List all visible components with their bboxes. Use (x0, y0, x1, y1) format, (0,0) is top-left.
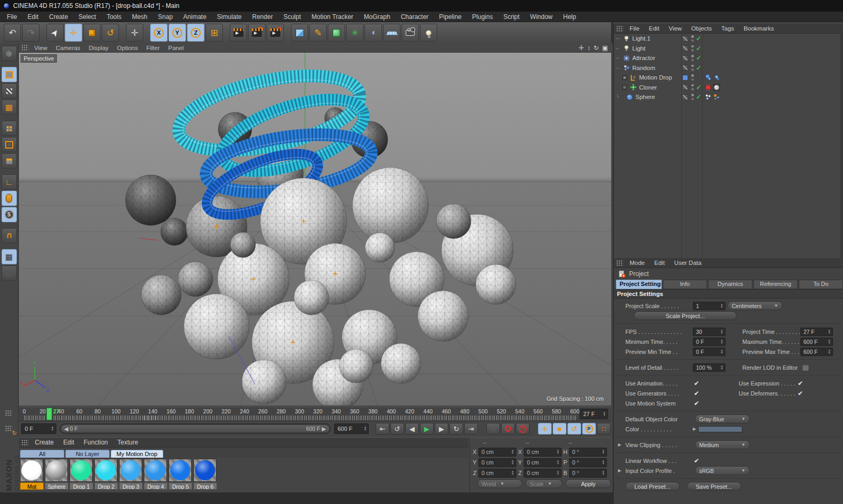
rotate-tool[interactable]: ↺ (102, 24, 119, 42)
use-animation-checkbox[interactable]: ✔ (694, 380, 699, 387)
preview-min-time-field[interactable]: 0 F▲▼ (693, 348, 726, 356)
lock-y-axis-button[interactable]: Y (169, 24, 186, 42)
render-view-button[interactable] (230, 24, 247, 42)
current-frame-field[interactable]: 27 F ▲▼ (580, 409, 608, 419)
material-item-drop-5[interactable]: Drop 5 (169, 459, 192, 490)
material-menu-texture[interactable]: Texture (113, 438, 143, 447)
tab-project-settings[interactable]: Project Settings (616, 280, 662, 289)
go-to-start-button[interactable]: ⇤ (376, 423, 389, 434)
menu-pipeline[interactable]: Pipeline (434, 12, 466, 22)
lock-workplane-button[interactable]: ▦ (2, 249, 17, 264)
live-selection-tool[interactable]: ➤ (46, 24, 64, 42)
use-motion-system-checkbox[interactable]: ✔ (694, 400, 699, 407)
view-clipping-dropdown[interactable]: Medium▼ (695, 440, 750, 449)
spinner-arrows-icon[interactable]: ▲▼ (511, 470, 516, 476)
viewport-menu-filter[interactable]: Filter (142, 44, 164, 52)
coordinate-field-h[interactable]: 0 °▲▼ (569, 448, 607, 457)
make-editable-button[interactable]: ⊕ (2, 46, 17, 61)
material-thumbnail[interactable] (144, 459, 167, 482)
start-frame-field[interactable]: 0 F ▲▼ (21, 423, 56, 434)
add-camera-button[interactable] (401, 24, 419, 42)
enabled-check-icon[interactable]: ✓ (696, 93, 701, 101)
viewport[interactable]: YXZ ViewCamerasDisplayOptionsFilterPanel… (19, 43, 611, 406)
expander-arrow-icon[interactable]: ▶ (618, 442, 623, 447)
layer-color-chip[interactable] (682, 75, 688, 81)
add-primitive-button[interactable] (291, 24, 308, 42)
visibility-dots[interactable] (691, 84, 694, 91)
spinner-arrows-icon[interactable]: ▲▼ (602, 460, 606, 465)
material-item-sphere[interactable]: Sphere (45, 459, 68, 490)
layer-chip[interactable] (682, 55, 688, 61)
spinner-arrows-icon[interactable]: ▲▼ (511, 460, 516, 465)
panel-grip-icon[interactable] (5, 410, 12, 416)
key-scale-toggle[interactable]: ■ (553, 423, 566, 434)
record-keyframe-button[interactable] (501, 423, 515, 434)
coordinate-field-b[interactable]: 0 °▲▼ (569, 469, 607, 478)
spinner-arrows-icon[interactable]: ▲▼ (720, 329, 725, 334)
randomtag-icon[interactable] (713, 93, 720, 101)
project-time-field[interactable]: 27 F▲▼ (800, 328, 833, 336)
dyntag-icon[interactable] (704, 84, 712, 91)
key-pla-toggle[interactable]: ∷ (597, 423, 611, 434)
enabled-check-icon[interactable]: ✓ (696, 64, 701, 72)
spinner-arrows-icon[interactable]: ▲▼ (556, 470, 561, 476)
render-to-picture-viewer-button[interactable] (248, 24, 266, 42)
undo-button[interactable]: ↶ (4, 24, 21, 42)
enable-snap-button[interactable]: ∪ (2, 228, 17, 243)
zoom-view-icon[interactable]: ↕ (587, 44, 591, 52)
next-frame-button[interactable]: ▶ (435, 423, 448, 434)
attribute-menu-user-data[interactable]: User Data (670, 259, 707, 266)
points-mode-button[interactable] (2, 121, 17, 136)
position-space-dropdown[interactable]: World ▼ (477, 479, 522, 488)
color-swatch[interactable] (698, 426, 742, 432)
spinner-arrows-icon[interactable]: ▲▼ (720, 303, 725, 309)
use-expression-checkbox[interactable]: ✔ (798, 380, 803, 387)
attribute-menu-edit[interactable]: Edit (650, 259, 670, 266)
visibility-dots[interactable] (691, 45, 694, 52)
enabled-check-icon[interactable]: ✓ (696, 54, 701, 62)
coordinate-field-z[interactable]: 0 cm▲▼ (524, 469, 562, 478)
use-generators-checkbox[interactable]: ✔ (694, 390, 699, 397)
attribute-menu-mode[interactable]: Mode (625, 259, 650, 266)
coordinate-field-y[interactable]: 0 cm▲▼ (478, 458, 516, 467)
menu-mograph[interactable]: MoGraph (359, 12, 395, 22)
menu-help[interactable]: Help (558, 12, 581, 22)
timeline-playhead[interactable] (46, 408, 52, 420)
object-manager-menu-file[interactable]: File (625, 25, 644, 32)
timeline-range-slider[interactable]: ◀ 0 F 600 F ▶ (60, 423, 331, 434)
object-row-random[interactable]: ─Random✓ (614, 63, 843, 73)
viewport-solo-button[interactable] (2, 191, 17, 206)
viewport-menu-options[interactable]: Options (113, 44, 142, 52)
menu-edit[interactable]: Edit (23, 12, 43, 22)
object-manager-menu-edit[interactable]: Edit (644, 25, 664, 32)
material-thumbnail[interactable] (94, 459, 117, 482)
key-parameter-toggle[interactable]: P (582, 423, 596, 434)
layer-chip[interactable] (682, 45, 688, 51)
spinner-arrows-icon[interactable]: ▲▼ (364, 426, 368, 431)
spinner-arrows-icon[interactable]: ▲▼ (720, 339, 725, 344)
render-settings-button[interactable] (267, 24, 284, 42)
menu-motion-tracker[interactable]: Motion Tracker (307, 12, 358, 22)
scene-3d[interactable]: YXZ (19, 53, 611, 406)
object-row-cloner[interactable]: -Cloner✓ (614, 83, 843, 93)
panel-grip-icon[interactable] (616, 260, 623, 266)
material-thumbnail[interactable] (169, 459, 192, 482)
material-thumbnail[interactable] (20, 459, 43, 482)
material-item-drop-1[interactable]: Drop 1 (70, 459, 93, 490)
panel-grip-icon[interactable] (5, 426, 12, 431)
object-manager-menu-bookmarks[interactable]: Bookmarks (739, 25, 779, 32)
material-thumbnail[interactable] (119, 459, 142, 482)
layer-chip[interactable] (682, 84, 688, 90)
load-preset-button[interactable]: Load Preset... (625, 482, 680, 491)
tab-referencing[interactable]: Referencing (753, 280, 798, 289)
menu-file[interactable]: File (2, 12, 22, 22)
polygons-mode-button[interactable] (2, 153, 17, 169)
material-item-drop-2[interactable]: Drop 2 (94, 459, 118, 490)
scale-mode-dropdown[interactable]: Scale ▼ (525, 479, 562, 488)
spinner-arrows-icon[interactable]: ▲▼ (511, 449, 516, 454)
project-scale-field[interactable]: 1▲▼ (693, 302, 726, 310)
level-of-detail-field[interactable]: 100 %▲▼ (693, 363, 726, 372)
viewport-menu-panel[interactable]: Panel (164, 44, 188, 52)
use-deformers-checkbox[interactable]: ✔ (798, 390, 803, 397)
spinner-arrows-icon[interactable]: ▲▼ (828, 329, 832, 334)
